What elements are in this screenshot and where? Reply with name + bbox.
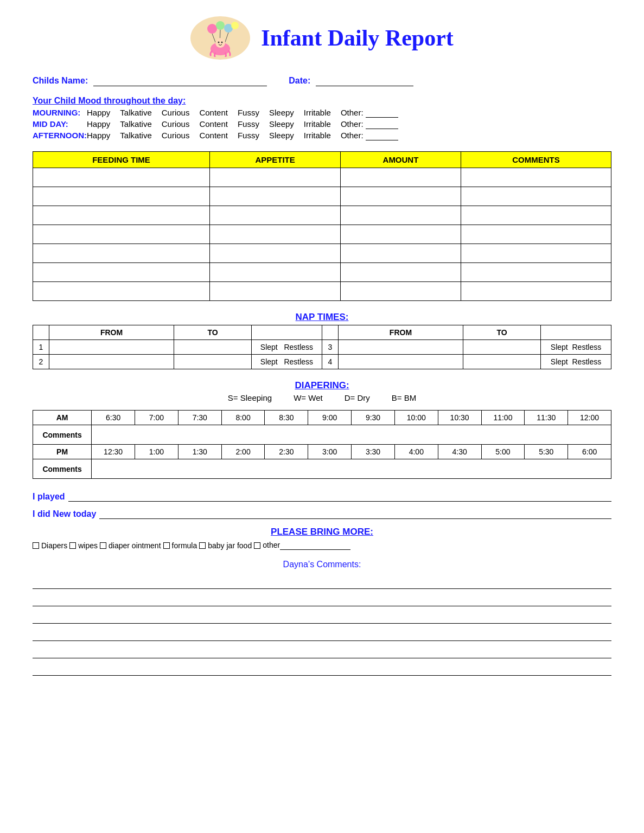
comment-line-6[interactable] [33, 662, 611, 676]
svg-point-9 [218, 42, 220, 43]
pm-comments-row: Comments [33, 459, 611, 479]
mood-afternoon-label: AFTERNOON: [33, 131, 87, 140]
am-times-row: AM 6:30 7:00 7:30 8:00 8:30 9:00 9:30 10… [33, 411, 611, 425]
checkbox-wipes-box[interactable] [69, 542, 76, 549]
diapering-dry: D= Dry [345, 393, 370, 402]
comment-line-4[interactable] [33, 627, 611, 641]
childs-name-field[interactable] [93, 76, 267, 86]
mood-row-mourning: MOURNING: Happy Talkative Curious Conten… [33, 108, 611, 118]
nap-times-table: FROM TO FROM TO 1 Slept Restless 3 Slept… [33, 325, 611, 369]
date-label: Date: [289, 76, 310, 86]
svg-point-3 [231, 22, 239, 29]
table-row [33, 263, 611, 282]
checkbox-baby-jar-food[interactable]: baby jar food [199, 541, 252, 550]
mood-row-afternoon: AFTERNOON: Happy Talkative Curious Conte… [33, 131, 611, 140]
diapering-legend: S= Sleeping W= Wet D= Dry B= BM [33, 393, 611, 402]
played-field[interactable] [68, 492, 611, 502]
nap-times-title: NAP TIMES: [33, 312, 611, 323]
appetite-header: APPETITE [210, 152, 341, 168]
diapering-title: DIAPERING: [33, 380, 611, 391]
logo-icon [196, 19, 245, 57]
played-label: I played [33, 492, 65, 502]
mood-row-midday: MID DAY: Happy Talkative Curious Content… [33, 119, 611, 129]
new-today-label: I did New today [33, 509, 96, 519]
mood-afternoon-options: Happy Talkative Curious Content Fussy Sl… [87, 131, 398, 140]
childs-name-label: Childs Name: [33, 76, 88, 86]
svg-point-0 [207, 24, 217, 34]
comments-header: COMMENTS [461, 152, 611, 168]
mood-mourning-label: MOURNING: [33, 108, 87, 118]
diapering-sleeping: S= Sleeping [228, 393, 272, 402]
comment-line-5[interactable] [33, 644, 611, 658]
pm-times-row: PM 12:30 1:00 1:30 2:00 2:30 3:00 3:30 4… [33, 445, 611, 459]
played-line: I played [33, 492, 611, 502]
new-today-line: I did New today [33, 509, 611, 519]
table-row [33, 168, 611, 187]
nap-row-1: 1 Slept Restless 3 Slept Restless [33, 340, 611, 355]
checkbox-wipes[interactable]: wipes [69, 541, 98, 550]
comment-line-1[interactable] [33, 575, 611, 589]
table-row [33, 244, 611, 263]
mood-section: Your Child Mood throughout the day: MOUR… [33, 96, 611, 140]
daynas-comments-title: Dayna’s Comments: [33, 560, 611, 569]
am-comments-row: Comments [33, 425, 611, 445]
bring-more-title: PLEASE BRING MORE: [33, 527, 611, 537]
svg-point-8 [215, 38, 225, 48]
activities-section: I played I did New today [33, 492, 611, 519]
am-time-grid: AM 6:30 7:00 7:30 8:00 8:30 9:00 9:30 10… [33, 410, 611, 479]
checkbox-diaper-ointment[interactable]: diaper ointment [100, 541, 161, 550]
svg-point-10 [221, 42, 223, 43]
feeding-table: FEEDING TIME APPETITE AMOUNT COMMENTS [33, 151, 611, 301]
mood-mourning-options: Happy Talkative Curious Content Fussy Sl… [87, 108, 398, 118]
diapering-bm: B= BM [392, 393, 416, 402]
checkbox-diapers-box[interactable] [33, 542, 39, 549]
checkbox-other[interactable]: other [254, 541, 350, 550]
pm-comments-label: Comments [33, 459, 92, 479]
mood-midday-options: Happy Talkative Curious Content Fussy Sl… [87, 119, 398, 129]
svg-point-1 [216, 21, 225, 30]
mood-midday-label: MID DAY: [33, 119, 87, 129]
am-comments-label: Comments [33, 425, 92, 445]
nap-row-2: 2 Slept Restless 4 Slept Restless [33, 355, 611, 369]
amount-header: AMOUNT [341, 152, 461, 168]
diapering-section: DIAPERING: S= Sleeping W= Wet D= Dry B= … [33, 380, 611, 402]
mood-title: Your Child Mood throughout the day: [33, 96, 611, 106]
checkbox-other-box[interactable] [254, 542, 260, 549]
table-row [33, 225, 611, 244]
checkbox-ointment-box[interactable] [100, 542, 106, 549]
pm-label: PM [33, 445, 92, 459]
page-header: Infant Daily Report [33, 16, 611, 60]
feeding-time-header: FEEDING TIME [33, 152, 210, 168]
date-field[interactable] [316, 76, 413, 86]
page-title: Infant Daily Report [261, 25, 454, 51]
checkbox-diapers[interactable]: Diapers [33, 541, 67, 550]
bring-more-section: PLEASE BRING MORE: Diapers wipes diaper … [33, 527, 611, 550]
table-row [33, 282, 611, 301]
diapering-wet: W= Wet [294, 393, 322, 402]
table-row [33, 187, 611, 206]
comment-line-2[interactable] [33, 592, 611, 606]
daynas-comments-section: Dayna’s Comments: [33, 560, 611, 676]
comment-line-3[interactable] [33, 610, 611, 624]
table-row [33, 206, 611, 225]
am-label: AM [33, 411, 92, 425]
bring-more-items: Diapers wipes diaper ointment formula ba… [33, 541, 611, 550]
name-date-row: Childs Name: Date: [33, 76, 611, 86]
new-today-field[interactable] [99, 509, 611, 519]
checkbox-formula-box[interactable] [163, 542, 170, 549]
logo-circle [190, 16, 250, 60]
checkbox-formula[interactable]: formula [163, 541, 197, 550]
checkbox-baby-jar-food-box[interactable] [199, 542, 206, 549]
